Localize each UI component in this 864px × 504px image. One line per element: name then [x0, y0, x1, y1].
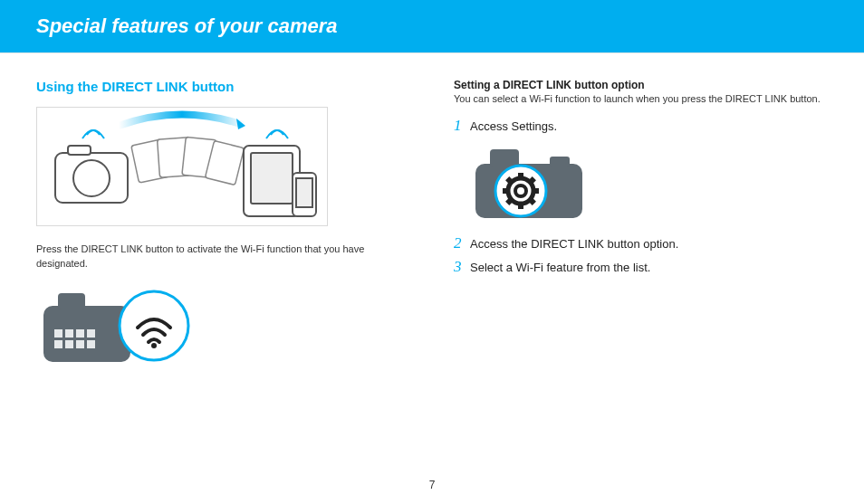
- svg-rect-13: [58, 293, 85, 309]
- step-number: 2: [454, 234, 470, 252]
- svg-point-22: [120, 291, 188, 360]
- step-text: Access Settings.: [470, 119, 557, 133]
- step-1: 1 Access Settings.: [454, 117, 828, 135]
- svg-point-28: [515, 185, 526, 196]
- content-area: Using the DIRECT LINK button: [0, 53, 864, 369]
- svg-rect-15: [65, 329, 73, 338]
- illustration-camera-wifi: [36, 286, 410, 369]
- svg-rect-26: [550, 157, 570, 167]
- step-text: Select a Wi-Fi feature from the list.: [470, 261, 650, 274]
- step-text: Access the DIRECT LINK button option.: [470, 237, 678, 251]
- step-number: 1: [454, 117, 470, 135]
- svg-rect-21: [87, 340, 95, 348]
- svg-rect-19: [65, 340, 73, 348]
- svg-rect-2: [68, 146, 91, 155]
- svg-point-3: [73, 160, 110, 196]
- svg-rect-20: [76, 340, 84, 348]
- steps-list-cont: 2 Access the DIRECT LINK button option. …: [454, 234, 828, 276]
- svg-rect-11: [296, 178, 312, 207]
- section-heading: Using the DIRECT LINK button: [36, 79, 410, 94]
- subsection-description: You can select a Wi-Fi function to launc…: [454, 93, 828, 104]
- illustration-camera-settings: [470, 144, 828, 223]
- page-number: 7: [0, 479, 864, 491]
- svg-rect-14: [54, 329, 62, 338]
- svg-point-23: [151, 343, 157, 348]
- svg-rect-25: [490, 149, 519, 167]
- svg-rect-16: [76, 329, 84, 338]
- step-number: 3: [454, 258, 470, 276]
- svg-rect-18: [54, 340, 62, 348]
- illustration-devices-sharing: [36, 107, 328, 226]
- left-column: Using the DIRECT LINK button: [36, 79, 410, 369]
- step-3: 3 Select a Wi-Fi feature from the list.: [454, 258, 828, 276]
- steps-list: 1 Access Settings.: [454, 117, 828, 135]
- subsection-heading: Setting a DIRECT LINK button option: [454, 79, 828, 91]
- svg-rect-17: [87, 329, 95, 338]
- right-column: Setting a DIRECT LINK button option You …: [454, 79, 828, 369]
- page-title: Special features of your camera: [36, 14, 864, 38]
- svg-rect-9: [251, 153, 293, 204]
- illustration-caption: Press the DIRECT LINK button to activate…: [36, 242, 410, 271]
- header-banner: Special features of your camera: [0, 0, 864, 53]
- step-2: 2 Access the DIRECT LINK button option.: [454, 234, 828, 252]
